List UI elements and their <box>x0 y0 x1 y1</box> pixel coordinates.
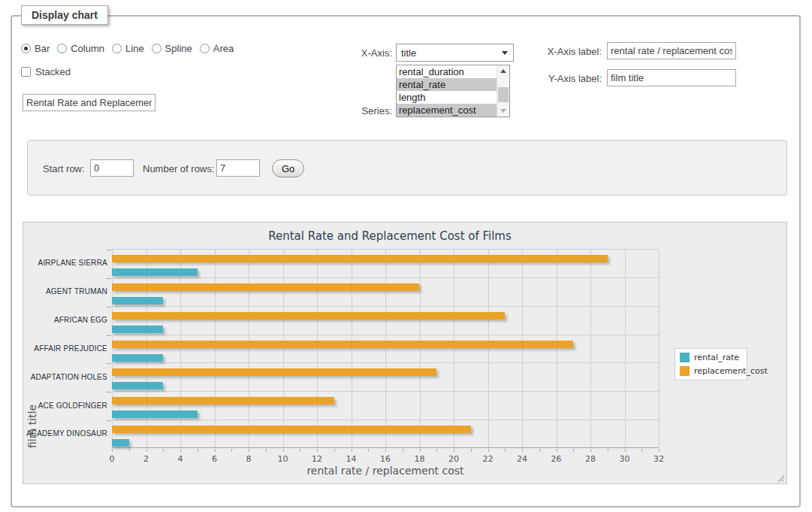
x-tick-label: 20 <box>448 454 459 464</box>
bar-rental_rate <box>112 326 163 333</box>
radio-icon[interactable] <box>112 44 122 53</box>
scrollbar-thumb[interactable] <box>498 87 509 102</box>
x-tick-mark <box>625 449 626 452</box>
legend-swatch <box>680 366 690 376</box>
chart-type-option-spline[interactable]: Spline <box>152 43 192 54</box>
x-tick-mark <box>283 449 284 452</box>
start-row-label: Start row: <box>43 163 85 174</box>
stacked-label: Stacked <box>35 66 71 77</box>
series-scrollbar[interactable] <box>497 65 509 117</box>
x-tick-mark <box>573 449 574 452</box>
legend-entry-replacement_cost: replacement_cost <box>680 366 742 376</box>
number-of-rows-input[interactable] <box>216 159 260 177</box>
x-tick-mark <box>403 449 403 452</box>
chart-legend: rental_ratereplacement_cost <box>675 348 747 380</box>
bar-rental_rate <box>112 354 163 362</box>
x-tick-mark <box>659 449 660 452</box>
x-tick-label: 6 <box>212 454 217 464</box>
x-tick-label: 22 <box>483 454 494 464</box>
x-tick-mark <box>112 449 113 452</box>
radio-icon[interactable] <box>152 44 161 53</box>
bar-rental_rate <box>112 411 198 418</box>
x-tick-mark <box>215 449 216 452</box>
x-tick-mark <box>454 449 454 452</box>
category-band <box>112 363 659 392</box>
x-tick-mark <box>488 449 489 452</box>
bar-rental_rate <box>112 382 163 389</box>
y-tick-mark <box>107 392 111 392</box>
y-tick-mark <box>107 250 111 250</box>
gridline <box>659 250 660 447</box>
legend-label: replacement_cost <box>694 366 768 376</box>
x-axis-label-input[interactable] <box>607 42 736 59</box>
start-row-input[interactable] <box>90 159 134 177</box>
panel-title: Display chart <box>21 5 108 25</box>
legend-swatch <box>680 353 690 362</box>
x-axis-title: rental rate / replacement cost <box>112 465 659 477</box>
series-option-length[interactable]: length <box>397 91 497 104</box>
x-tick-label: 18 <box>415 454 425 464</box>
x-tick-label: 14 <box>346 454 357 464</box>
x-tick-mark <box>266 449 267 452</box>
resize-grip-icon[interactable] <box>777 474 785 482</box>
category-label: ACADEMY DINOSAUR <box>23 420 107 448</box>
series-option-replacement_cost[interactable]: replacement_cost <box>397 104 497 117</box>
x-tick-mark <box>436 449 437 452</box>
x-axis-select-label: X-Axis: <box>331 47 392 59</box>
series-options: rental_durationrental_ratelengthreplacem… <box>397 65 497 117</box>
x-tick-mark <box>198 449 198 452</box>
series-option-rental_duration[interactable]: rental_duration <box>397 65 497 78</box>
x-tick-label: 16 <box>380 454 391 464</box>
chart-type-radio-group: BarColumnLineSplineArea <box>21 43 234 54</box>
x-tick-mark <box>608 449 608 452</box>
x-tick-mark <box>180 449 181 452</box>
radio-icon[interactable] <box>200 44 210 53</box>
x-tick-mark <box>420 449 421 452</box>
series-option-rental_rate[interactable]: rental_rate <box>397 78 497 91</box>
chart-type-option-line[interactable]: Line <box>112 43 144 54</box>
category-band <box>112 335 659 364</box>
series-listbox[interactable]: rental_durationrental_ratelengthreplacem… <box>396 65 510 117</box>
y-tick-mark <box>107 307 111 308</box>
chart-type-option-bar[interactable]: Bar <box>21 43 50 54</box>
x-tick-label: 24 <box>517 454 527 464</box>
x-axis-select[interactable]: title <box>396 44 514 62</box>
radio-icon[interactable] <box>21 44 31 53</box>
x-tick-label: 32 <box>654 454 664 464</box>
radio-icon[interactable] <box>57 44 67 53</box>
scroll-down-icon[interactable] <box>497 105 509 117</box>
x-tick-mark <box>317 449 318 452</box>
chart-type-option-column[interactable]: Column <box>57 43 104 54</box>
bar-replacement_cost <box>112 283 419 291</box>
bar-replacement_cost <box>112 426 471 433</box>
category-band <box>112 278 659 307</box>
x-tick-mark <box>146 449 147 452</box>
x-tick-mark <box>505 449 506 452</box>
chart-type-option-area[interactable]: Area <box>200 43 234 54</box>
y-tick-mark <box>107 363 111 364</box>
radio-label: Bar <box>35 43 50 54</box>
bar-replacement_cost <box>112 255 608 262</box>
go-button[interactable]: Go <box>272 159 304 177</box>
category-band <box>112 420 659 449</box>
category-label: AIRPLANE SIERRA <box>23 249 107 277</box>
x-tick-label: 10 <box>278 454 288 464</box>
legend-label: rental_rate <box>694 353 739 362</box>
row-controls-box <box>27 140 787 195</box>
radio-label: Spline <box>165 43 192 54</box>
x-tick-mark <box>641 449 642 452</box>
scroll-up-icon[interactable] <box>497 65 509 77</box>
chart-title-input[interactable] <box>23 94 155 111</box>
bar-replacement_cost <box>112 397 334 404</box>
stacked-row[interactable]: Stacked <box>21 66 71 77</box>
legend-entry-rental_rate: rental_rate <box>680 353 742 362</box>
x-tick-mark <box>129 449 130 452</box>
y-axis-label-input[interactable] <box>607 69 736 86</box>
category-band <box>112 250 659 278</box>
stacked-checkbox[interactable] <box>21 67 31 77</box>
x-tick-mark <box>249 449 249 452</box>
x-axis-label-field-label: X-Axis label: <box>526 46 602 57</box>
dropdown-arrow-icon <box>502 51 508 55</box>
x-tick-mark <box>231 449 232 452</box>
y-axis-labels: AIRPLANE SIERRAAGENT TRUMANAFRICAN EGGAF… <box>23 249 107 448</box>
